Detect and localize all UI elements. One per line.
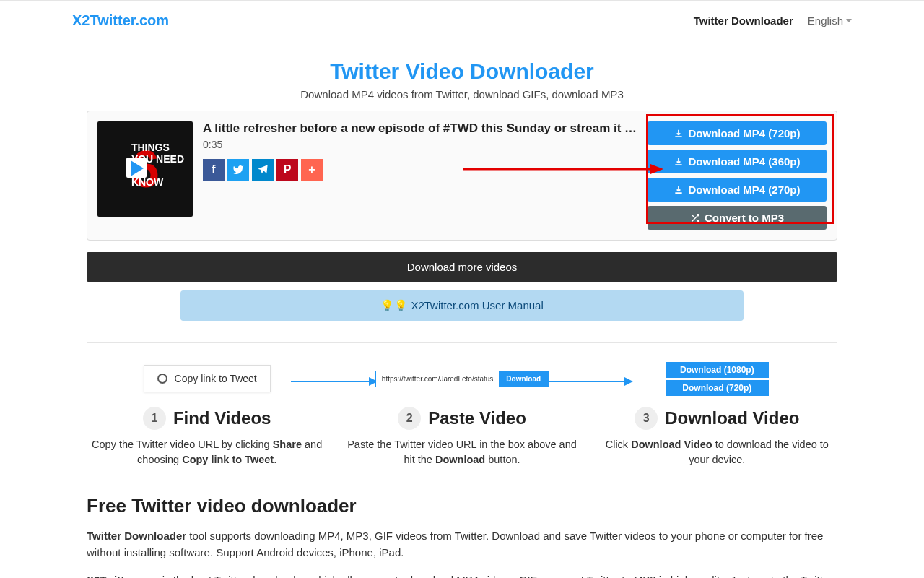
download-icon [674, 129, 684, 139]
convert-mp3-button[interactable]: Convert to MP3 [648, 206, 827, 230]
hero-section: Twitter Video Downloader Download MP4 vi… [87, 40, 837, 111]
step-number: 2 [398, 407, 421, 430]
video-thumbnail[interactable]: 6 THINGS YOU NEED TO KNOW [97, 121, 193, 217]
download-column: Download MP4 (720p) Download MP4 (360p) … [648, 121, 827, 230]
step-title: Paste Video [428, 408, 526, 428]
download-icon [674, 185, 684, 195]
divider [87, 342, 837, 343]
article-paragraph: X2Twitter.com is the best Twitter downlo… [87, 571, 837, 578]
step3-illustration: Download (1080p) Download (720p) [666, 362, 769, 396]
step-number: 3 [635, 407, 658, 430]
video-title: A little refresher before a new episode … [203, 121, 637, 136]
step-title: Find Videos [173, 408, 271, 428]
link-icon [155, 371, 170, 386]
article-paragraph: Twitter Downloader tool supports downloa… [87, 527, 837, 561]
download-mp4-720p-button[interactable]: Download MP4 (720p) [648, 121, 827, 145]
shuffle-icon [690, 213, 700, 223]
download-icon [674, 157, 684, 167]
download-more-button[interactable]: Download more videos [87, 252, 837, 282]
download-mp4-270p-button[interactable]: Download MP4 (270p) [648, 178, 827, 202]
nav-twitter-downloader[interactable]: Twitter Downloader [694, 14, 793, 27]
share-telegram-button[interactable] [252, 159, 274, 181]
step-description: Copy the Twitter video URL by clicking S… [87, 437, 327, 467]
step-1: Copy link to Tweet 1 Find Videos Copy th… [87, 363, 327, 467]
share-pinterest-button[interactable]: P [276, 159, 298, 181]
step1-illustration: Copy link to Tweet [144, 365, 271, 392]
social-share-row: f P + [203, 159, 637, 181]
page-subtitle: Download MP4 videos from Twitter, downlo… [87, 88, 837, 100]
step-2: https://twitter.com/JaredLeto/status Dow… [341, 363, 582, 467]
article-section: Free Twitter video downloader Twitter Do… [87, 495, 837, 578]
share-more-button[interactable]: + [301, 159, 323, 181]
top-navbar: X2Twitter.com Twitter Downloader English [0, 0, 924, 40]
steps-row: Copy link to Tweet 1 Find Videos Copy th… [87, 363, 837, 467]
play-icon [131, 160, 144, 176]
chevron-down-icon [846, 19, 852, 22]
article-heading: Free Twitter video downloader [87, 495, 837, 517]
lightbulb-icon: 💡💡 [380, 299, 408, 311]
step-description: Paste the Twitter video URL in the box a… [341, 437, 582, 467]
step-3: Download (1080p) Download (720p) 3 Downl… [597, 363, 837, 467]
language-label: English [808, 14, 843, 27]
share-twitter-button[interactable] [227, 159, 249, 181]
video-info: A little refresher before a new episode … [203, 121, 637, 230]
download-mp4-360p-button[interactable]: Download MP4 (360p) [648, 150, 827, 173]
step-number: 1 [143, 407, 166, 430]
site-logo[interactable]: X2Twitter.com [72, 12, 169, 29]
result-card: 6 THINGS YOU NEED TO KNOW A little refre… [87, 111, 837, 241]
step-description: Click Download Video to download the vid… [597, 437, 837, 467]
page-title: Twitter Video Downloader [87, 59, 837, 84]
step2-illustration: https://twitter.com/JaredLeto/status Dow… [375, 371, 549, 387]
video-duration: 0:35 [203, 139, 637, 150]
share-facebook-button[interactable]: f [203, 159, 225, 181]
step-title: Download Video [665, 408, 799, 428]
user-manual-button[interactable]: 💡💡 X2Twitter.com User Manual [180, 290, 744, 321]
language-selector[interactable]: English [808, 14, 852, 27]
